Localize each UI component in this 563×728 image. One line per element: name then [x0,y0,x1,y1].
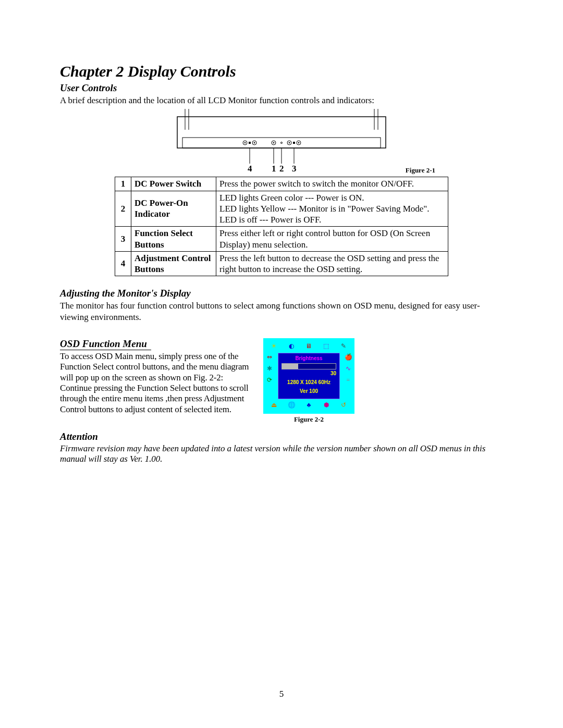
figure-2-1-caption: Figure 2-1 [406,166,435,175]
svg-point-12 [273,142,275,144]
page-number: 5 [0,689,563,699]
exit-icon: ⏏ [270,402,278,409]
row-name: Adjustment Control Buttons [131,251,216,276]
svg-rect-5 [182,138,381,148]
display-icon: 🖥 [304,343,313,350]
figure-2-2-caption: Figure 2-2 [263,415,354,424]
row-desc: Press either left or right control butto… [216,227,448,252]
osd-slider [282,363,336,369]
svg-text:1: 1 [272,164,276,174]
svg-text:2: 2 [279,164,284,174]
figure-2-1: 4 1 2 3 Figure 2-1 [60,109,503,176]
hpos-icon: ⇔ [265,354,274,361]
svg-text:3: 3 [292,164,297,174]
row-desc: Press the left button to decrease the OS… [216,251,448,276]
table-row: 1 DC Power Switch Press the power switch… [115,177,448,191]
section-user-controls: User Controls [60,82,503,94]
svg-text:4: 4 [248,164,252,174]
row-name: DC Power Switch [131,177,216,191]
osd-menu-body: To access OSD Main menu, simply press on… [60,351,253,415]
adjusting-body: The monitor has four function control bu… [60,300,503,323]
svg-point-7 [244,142,246,144]
user-controls-intro: A brief description and the location of … [60,95,503,106]
svg-rect-16 [293,142,295,144]
chapter-title: Chapter 2 Display Controls [60,63,503,80]
osd-version: Ver 100 [282,388,336,394]
reset-icon: ↺ [339,402,348,409]
row-num: 1 [115,177,131,191]
color-icon: ⬢ [322,402,331,409]
lang-icon: 🌐 [287,402,296,409]
table-row: 3 Function Select Buttons Press either l… [115,227,448,252]
brightness-icon: ☀ [270,343,278,350]
svg-rect-8 [249,142,251,144]
row-num: 2 [115,191,131,227]
palette-icon: ♣ [304,402,313,409]
controls-table: 1 DC Power Switch Press the power switch… [115,177,448,276]
row-num: 3 [115,227,131,252]
row-desc: Press the power switch to switch the mon… [216,177,448,191]
edit-icon: ✎ [339,343,348,350]
tool-icon: ⬚ [322,343,331,350]
figure-2-2: ☀ ◐ 🖥 ⬚ ✎ ⇔ ✱ ⟳ 🍎 ∿ ≡ Brightness [263,338,354,414]
osd-resolution: 1280 X 1024 60Hz [282,379,336,385]
apple-icon: 🍎 [344,354,352,361]
row-num: 4 [115,251,131,276]
table-row: 2 DC Power-On Indicator LED lights Green… [115,191,448,227]
osd-setting-label: Brightness [282,355,336,361]
svg-point-13 [281,142,283,144]
osd-value: 30 [282,371,336,376]
section-attention: Attention [60,431,503,442]
refresh-icon: ⟳ [265,377,274,384]
svg-point-18 [298,142,300,144]
row-name: DC Power-On Indicator [131,191,216,227]
svg-point-10 [254,142,255,144]
menu-icon: ≡ [344,377,352,384]
section-adjusting: Adjusting the Monitor's Display [60,288,503,299]
section-osd-menu: OSD Function Menu [60,338,253,350]
svg-point-15 [289,142,290,144]
sharp-icon: ✱ [265,365,274,373]
attention-body: Firmware revision may have been updated … [60,443,503,465]
contrast-icon: ◐ [287,343,296,350]
wave-icon: ∿ [344,365,352,373]
row-desc: LED lights Green color --- Power is ON.L… [216,191,448,227]
row-name: Function Select Buttons [131,227,216,252]
table-row: 4 Adjustment Control Buttons Press the l… [115,251,448,276]
